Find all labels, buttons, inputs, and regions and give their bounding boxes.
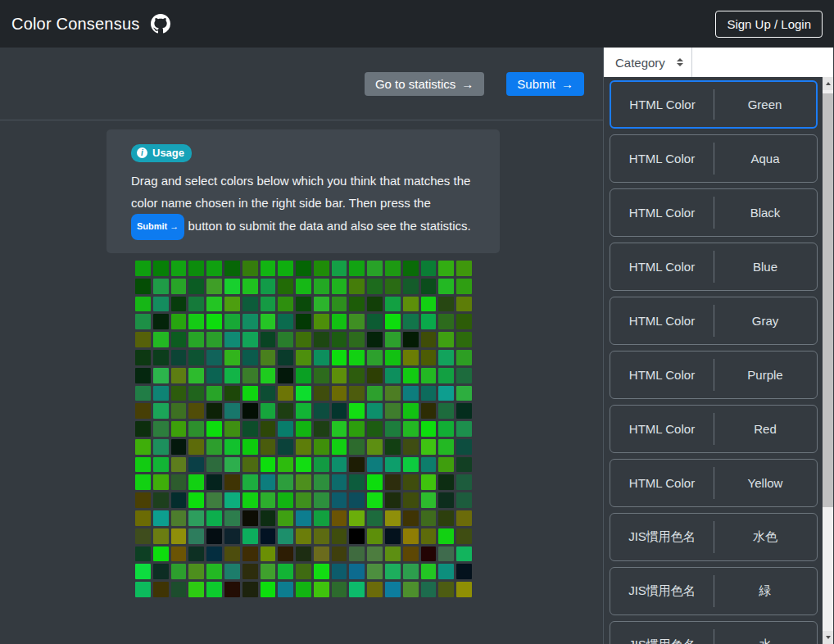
color-cell[interactable] — [242, 314, 258, 329]
color-cell[interactable] — [367, 368, 383, 383]
color-cell[interactable] — [224, 492, 240, 508]
color-cell[interactable] — [403, 582, 419, 597]
color-cell[interactable] — [188, 474, 204, 490]
color-cell[interactable] — [171, 564, 187, 579]
color-cell[interactable] — [242, 528, 258, 544]
color-cell[interactable] — [135, 492, 151, 508]
color-cell[interactable] — [206, 582, 222, 597]
color-name-card[interactable]: HTML Color Red — [610, 405, 818, 453]
color-cell[interactable] — [171, 261, 187, 276]
color-cell[interactable] — [456, 368, 472, 383]
color-cell[interactable] — [171, 279, 187, 294]
color-cell[interactable] — [314, 261, 329, 276]
color-cell[interactable] — [367, 332, 383, 347]
color-cell[interactable] — [261, 421, 276, 437]
color-cell[interactable] — [403, 261, 419, 276]
color-cell[interactable] — [188, 314, 204, 329]
color-cell[interactable] — [438, 421, 454, 437]
color-cell[interactable] — [385, 297, 401, 312]
color-cell[interactable] — [261, 297, 276, 312]
color-cell[interactable] — [296, 368, 311, 383]
color-cell[interactable] — [438, 439, 454, 455]
color-cell[interactable] — [438, 261, 454, 276]
color-cell[interactable] — [188, 528, 204, 544]
color-cell[interactable] — [456, 492, 472, 508]
color-cell[interactable] — [261, 564, 276, 579]
color-cell[interactable] — [332, 297, 347, 312]
color-cell[interactable] — [421, 474, 437, 490]
color-name-card[interactable]: HTML Color Yellow — [610, 459, 818, 507]
color-cell[interactable] — [224, 564, 240, 579]
color-cell[interactable] — [206, 546, 222, 562]
color-cell[interactable] — [438, 492, 454, 508]
color-cell[interactable] — [171, 350, 187, 365]
color-cell[interactable] — [296, 564, 311, 579]
color-cell[interactable] — [188, 421, 204, 437]
color-cell[interactable] — [188, 439, 204, 455]
color-cell[interactable] — [332, 350, 347, 365]
color-cell[interactable] — [314, 297, 329, 312]
color-cell[interactable] — [349, 386, 365, 401]
color-cell[interactable] — [456, 564, 472, 579]
color-cell[interactable] — [242, 439, 258, 455]
color-cell[interactable] — [403, 492, 419, 508]
color-cell[interactable] — [385, 582, 401, 597]
color-cell[interactable] — [261, 279, 276, 294]
color-cell[interactable] — [314, 510, 329, 526]
color-cell[interactable] — [171, 439, 187, 455]
color-cell[interactable] — [261, 350, 276, 365]
color-cell[interactable] — [188, 350, 204, 365]
color-cell[interactable] — [332, 582, 347, 597]
color-cell[interactable] — [332, 474, 347, 490]
color-cell[interactable] — [206, 403, 222, 419]
color-cell[interactable] — [421, 350, 437, 365]
color-cell[interactable] — [153, 510, 169, 526]
color-cell[interactable] — [332, 386, 347, 401]
color-cell[interactable] — [188, 510, 204, 526]
color-cell[interactable] — [261, 474, 276, 490]
color-cell[interactable] — [206, 474, 222, 490]
color-cell[interactable] — [278, 368, 293, 383]
color-cell[interactable] — [188, 457, 204, 473]
color-cell[interactable] — [367, 403, 383, 419]
color-cell[interactable] — [438, 368, 454, 383]
color-cell[interactable] — [171, 403, 187, 419]
color-cell[interactable] — [349, 582, 365, 597]
color-cell[interactable] — [349, 421, 365, 437]
color-cell[interactable] — [332, 457, 347, 473]
color-cell[interactable] — [153, 297, 169, 312]
color-cell[interactable] — [278, 332, 293, 347]
color-cell[interactable] — [438, 528, 454, 544]
color-cell[interactable] — [261, 582, 276, 597]
color-name-card[interactable]: HTML Color Purple — [610, 351, 818, 399]
color-cell[interactable] — [135, 439, 151, 455]
color-cell[interactable] — [206, 564, 222, 579]
color-cell[interactable] — [314, 350, 329, 365]
color-cell[interactable] — [456, 386, 472, 401]
color-cell[interactable] — [296, 314, 311, 329]
color-cell[interactable] — [135, 474, 151, 490]
color-cell[interactable] — [332, 510, 347, 526]
color-cell[interactable] — [171, 546, 187, 562]
color-cell[interactable] — [367, 474, 383, 490]
color-cell[interactable] — [242, 421, 258, 437]
color-cell[interactable] — [421, 261, 437, 276]
color-cell[interactable] — [456, 421, 472, 437]
color-cell[interactable] — [403, 386, 419, 401]
color-cell[interactable] — [171, 314, 187, 329]
color-cell[interactable] — [171, 528, 187, 544]
color-cell[interactable] — [278, 439, 293, 455]
color-name-card[interactable]: JIS慣用色名 緑 — [610, 567, 818, 615]
color-cell[interactable] — [153, 582, 169, 597]
color-cell[interactable] — [367, 314, 383, 329]
color-cell[interactable] — [188, 403, 204, 419]
color-cell[interactable] — [314, 421, 329, 437]
color-cell[interactable] — [224, 546, 240, 562]
color-cell[interactable] — [224, 314, 240, 329]
color-cell[interactable] — [367, 546, 383, 562]
color-cell[interactable] — [135, 582, 151, 597]
color-cell[interactable] — [224, 261, 240, 276]
color-cell[interactable] — [278, 546, 293, 562]
color-cell[interactable] — [314, 386, 329, 401]
color-cell[interactable] — [278, 474, 293, 490]
